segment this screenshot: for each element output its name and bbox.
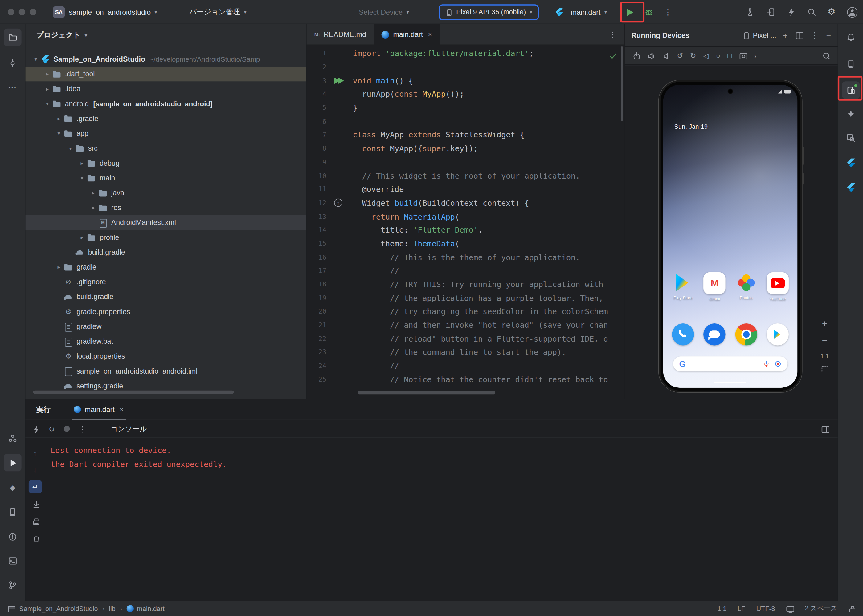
mic-icon[interactable] [763,360,770,368]
fit-to-window-icon[interactable] [821,365,828,372]
project-tree-hscrollbar[interactable] [33,391,234,394]
tree-row-Sample_on_AndroidStudio[interactable]: ▾Sample_on_AndroidStudio~/development/An… [25,52,306,66]
tree-row-AndroidManifest.xml[interactable]: AndroidManifest.xml [25,215,306,230]
close-run-tab-icon[interactable]: × [120,405,124,414]
chevron-right-icon[interactable]: ▸ [54,264,64,270]
jump-up-button[interactable]: ↑ [29,446,42,459]
app-inspection-button[interactable] [842,129,860,147]
tree-row-.idea[interactable]: ▸.idea [25,81,306,96]
home-icon[interactable]: ○ [716,52,720,59]
layout-settings-icon[interactable] [821,425,829,432]
home-indicator[interactable] [715,381,746,383]
rotate-right-icon[interactable]: ↻ [690,52,696,59]
device-tab-pixel[interactable]: Pixel ... [742,31,776,39]
gemini-button[interactable] [842,105,860,123]
print-button[interactable] [29,514,42,528]
zoom-tool-icon[interactable] [822,52,830,60]
more-device-actions-icon[interactable]: › [754,52,757,60]
run-tab-main-dart[interactable]: main.dart × [67,399,131,420]
project-widget[interactable]: SA sample_on_androidstudio ▾ [53,0,157,24]
commit-toolwindow-button[interactable] [4,55,22,72]
tree-row-debug[interactable]: ▸debug [25,156,306,170]
terminal-toolwindow-button[interactable] [4,552,22,570]
chevron-down-icon[interactable]: ▾ [66,145,76,151]
chevron-right-icon[interactable]: ▸ [77,234,87,240]
profile-avatar[interactable] [847,7,857,17]
screenshot-icon[interactable] [739,52,746,60]
chevron-right-icon[interactable]: ▸ [43,71,52,77]
settings-button[interactable]: ⚙ [828,8,836,17]
run-gutter-icon[interactable] [334,77,353,84]
google-search-bar[interactable]: G [673,356,787,371]
tree-row-app[interactable]: ▾app [25,126,306,141]
chevron-right-icon[interactable]: ▸ [89,204,99,211]
device-manager-button[interactable] [842,55,860,73]
code-editor[interactable]: 1import 'package:flutter/material.dart';… [307,45,624,399]
device-explorer-toolwindow-button[interactable] [4,503,22,521]
line-ending-widget[interactable]: LF [737,605,745,612]
encoding-widget[interactable]: UTF-8 [756,605,775,612]
dart-analysis-toolwindow-button[interactable]: ◆ [4,479,22,496]
notifications-button[interactable] [842,29,860,46]
services-toolwindow-button[interactable] [4,430,22,447]
phone-app-icon[interactable] [672,324,694,345]
split-window-icon[interactable] [795,31,803,39]
app-youtube[interactable]: YouTube [766,272,789,302]
flutter-inspector-button[interactable] [842,179,860,196]
tree-row-.dart_tool[interactable]: ▸.dart_tool [25,66,306,81]
chrome-app-icon[interactable] [735,324,757,345]
device-mirror-button[interactable] [767,8,775,17]
scroll-to-end-button[interactable] [29,497,42,510]
indent-widget[interactable]: 2 スペース [805,604,837,613]
lock-icon[interactable] [848,605,855,612]
tree-row-gradlew[interactable]: gradlew [25,319,306,334]
volume-down-icon[interactable] [662,52,670,60]
chevron-down-icon[interactable]: ▾ [43,101,52,107]
volume-up-icon[interactable] [647,52,655,60]
device-panel-options-button[interactable]: ⋮ [811,31,819,40]
hot-restart-icon[interactable] [32,425,40,432]
device-selector[interactable]: Pixel 9 API 35 (mobile) ▾ [439,4,539,20]
run-toolwindow-button[interactable] [4,454,22,471]
chevron-right-icon[interactable]: ▸ [54,115,64,122]
overview-icon[interactable]: □ [728,52,732,59]
lens-icon[interactable] [775,360,782,368]
tree-row-build.gradle[interactable]: build.gradle [25,289,306,304]
window-controls[interactable] [8,9,36,16]
tree-row-android[interactable]: ▾android[sample_on_androidstudio_android… [25,96,306,111]
rerun-icon[interactable]: ↻ [49,424,55,433]
running-devices-button[interactable] [842,81,860,99]
breadcrumb-file[interactable]: main.dart [126,605,164,612]
tree-row-main[interactable]: ▾main [25,171,306,185]
project-panel-header[interactable]: プロジェクト ▾ [25,24,306,46]
tree-row-.gitignore[interactable]: .gitignore [25,274,306,289]
editor-hscrollbar[interactable] [358,391,495,394]
project-toolwindow-button[interactable] [4,29,22,46]
search-everywhere-button[interactable] [807,8,816,17]
minimize-window-button[interactable] [19,9,25,16]
chevron-right-icon[interactable]: ▸ [89,190,99,196]
tree-row-gradle[interactable]: ▸gradle [25,260,306,274]
tree-row-gradlew.bat[interactable]: gradlew.bat [25,334,306,349]
override-gutter-icon[interactable]: ↑ [334,199,353,207]
tree-row-build.gradle[interactable]: build.gradle [25,245,306,260]
hide-panel-button[interactable]: − [826,30,831,40]
cursor-position-widget[interactable]: 1:1 [718,605,727,612]
tree-row-profile[interactable]: ▸profile [25,230,306,245]
tree-row-.gradle[interactable]: ▸.gradle [25,111,306,126]
tab-readme-md[interactable]: M↓ README.md [307,24,374,45]
tree-row-sample_on_androidstudio_android.iml[interactable]: sample_on_androidstudio_android.iml [25,363,306,378]
chevron-down-icon[interactable]: ▾ [54,130,64,137]
console-options-button[interactable]: ⋮ [79,424,86,433]
version-control-toolwindow-button[interactable] [4,576,22,594]
run-config-widget[interactable]: main.dart ▾ [555,0,607,24]
jump-down-button[interactable]: ↓ [29,463,42,476]
app-gmail[interactable]: M Gmail [703,272,726,302]
play-store-app-icon[interactable] [767,324,788,345]
tree-row-java[interactable]: ▸java [25,185,306,200]
breadcrumb-project[interactable]: Sample_on_AndroidStudio [19,605,98,612]
run-button[interactable] [625,7,635,17]
console-output[interactable]: Lost connection to device.the Dart compi… [50,444,832,600]
tab-main-dart[interactable]: main.dart × [374,24,440,45]
profiler-button[interactable] [787,8,796,17]
